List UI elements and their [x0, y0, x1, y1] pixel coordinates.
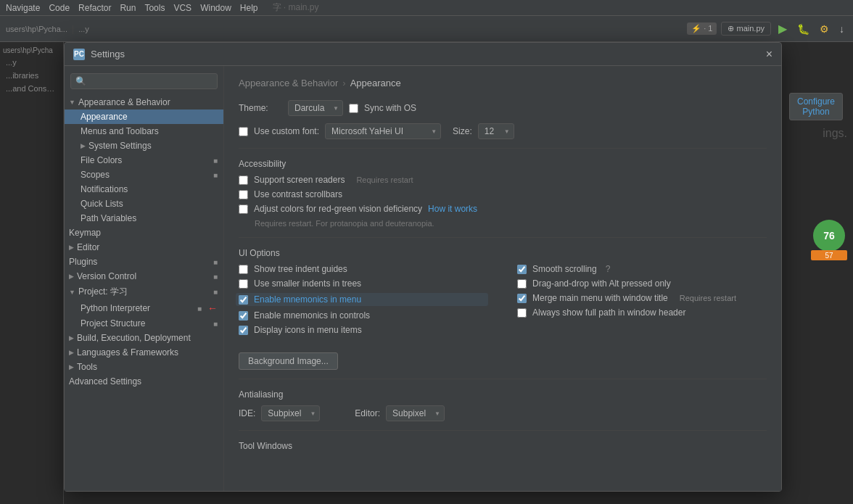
menu-navigate[interactable]: Navigate — [6, 3, 40, 13]
toolbar-tab: ⊕ main.py — [721, 22, 771, 36]
ide-toolbar: users\hp\Pycha... | ...y ⚡ · 1 ⊕ main.py… — [0, 16, 853, 42]
menu-bar: Navigate Code Refactor Run Tools VCS Win… — [0, 0, 853, 16]
menu-run[interactable]: Run — [120, 3, 136, 13]
coverage-button[interactable]: ↓ — [836, 22, 847, 36]
menu-code[interactable]: Code — [49, 3, 70, 13]
toolbar-divider: | — [72, 24, 74, 34]
toolbar-left: users\hp\Pycha... | ...y — [6, 24, 89, 34]
profile-button[interactable]: ⚙ — [817, 22, 832, 36]
run-button[interactable]: ▶ — [775, 20, 790, 37]
menu-window[interactable]: Window — [200, 3, 231, 13]
menu-refactor[interactable]: Refactor — [78, 3, 111, 13]
toolbar-indicator: ⚡ · 1 — [687, 22, 717, 35]
menu-tools[interactable]: Tools — [144, 3, 165, 13]
menu-extra: 字 · main.py — [273, 1, 319, 14]
debug-button[interactable]: 🐛 — [794, 22, 812, 36]
toolbar-right: ⚡ · 1 ⊕ main.py ▶ 🐛 ⚙ ↓ — [687, 20, 847, 37]
menu-help[interactable]: Help — [240, 3, 258, 13]
toolbar-text: users\hp\Pycha... — [6, 25, 67, 33]
toolbar-file: ...y — [78, 25, 89, 33]
menu-vcs[interactable]: VCS — [173, 3, 191, 13]
